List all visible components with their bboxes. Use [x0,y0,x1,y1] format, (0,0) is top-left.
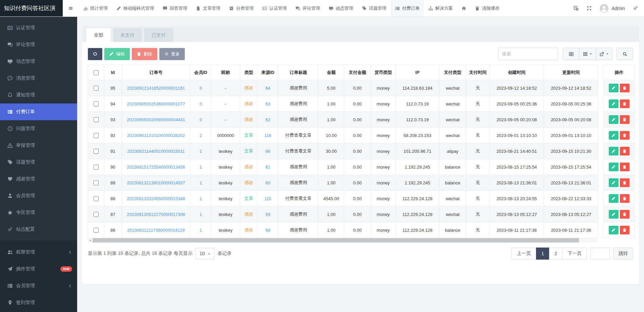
tab-unpaid[interactable]: 未支付 [113,28,142,42]
row-delete-button[interactable] [620,226,630,234]
page-button-2[interactable]: 2 [549,248,562,260]
horizontal-scrollbar[interactable]: ◂ [88,238,597,242]
source-link[interactable]: 58 [265,228,270,233]
member-link[interactable]: 2 [200,133,202,138]
admin-user-menu[interactable]: Admin [600,4,625,13]
edit-button[interactable]: 编辑 [104,48,130,60]
member-link[interactable]: 0 [200,117,202,122]
sidebar-item-questions[interactable]: ?问题管理 [0,120,77,137]
scroll-left-arrow-icon[interactable]: ◂ [88,238,93,242]
select-all-checkbox[interactable] [94,70,99,75]
order-link[interactable]: 202309050020080000004441 [127,117,185,122]
row-checkbox[interactable] [94,117,99,122]
row-checkbox[interactable] [94,149,99,154]
row-checkbox[interactable] [94,180,99,185]
row-delete-button[interactable] [620,99,630,108]
row-edit-button[interactable] [609,84,619,92]
page-jump-input[interactable] [590,248,610,260]
sidebar-item-plugins[interactable]: 插件管理new [0,261,77,277]
row-checkbox[interactable] [94,212,99,217]
sidebar-item-topics[interactable]: 话题管理 [0,154,77,171]
detail-view-button[interactable] [563,48,580,60]
scrollbar-thumb[interactable] [93,238,579,242]
source-link[interactable]: 116 [264,133,271,138]
row-edit-button[interactable] [609,210,619,219]
search-button[interactable] [616,48,633,60]
sidebar-item-pay-orders[interactable]: 付费订单 [0,103,77,120]
delete-button[interactable]: 删除 [132,48,157,60]
row-checkbox[interactable] [94,196,99,201]
sidebar-item-comments[interactable]: 评论管理 [0,36,77,53]
page-button-1[interactable]: 1 [536,248,549,260]
toggle-columns-button[interactable] [579,48,596,60]
page-jump-button[interactable]: 跳转 [613,248,633,260]
source-link[interactable]: 63 [265,101,270,106]
prev-page-button[interactable]: 上一页 [512,248,536,260]
order-link[interactable]: 202309050025360000001077 [127,101,185,106]
source-link[interactable]: 59 [265,212,270,217]
member-link[interactable]: 1 [200,228,202,233]
topnav-item-stats[interactable]: 统计管理 [79,0,112,16]
sidebar-item-notifications[interactable]: 通知管理 [0,87,77,103]
topnav-item-clear-cache[interactable]: 清除缓存 [471,0,504,16]
tab-paid[interactable]: 已支付 [144,28,173,42]
order-link[interactable]: 202308132024550000015348 [127,196,185,201]
topnav-item-pay-orders[interactable]: 付费订单 [391,0,424,16]
row-edit-button[interactable] [609,163,619,171]
topnav-item-topics[interactable]: 话题管理 [358,0,391,16]
row-checkbox[interactable] [94,101,99,106]
topnav-item-solutions[interactable]: 解决方案 [424,0,457,16]
source-link[interactable]: 64 [265,86,270,91]
row-edit-button[interactable] [609,194,619,203]
source-link[interactable]: 115 [264,196,271,201]
menu-toggle-button[interactable] [63,0,79,16]
order-link[interactable]: 202308132136010000014937 [127,180,185,185]
row-checkbox[interactable] [94,228,99,233]
next-page-button[interactable]: 下一页 [562,248,587,260]
export-button[interactable] [596,48,612,60]
member-link[interactable]: 1 [200,165,202,170]
row-checkbox[interactable] [94,165,99,170]
row-edit-button[interactable] [609,115,619,124]
member-link[interactable]: 1 [200,212,202,217]
refresh-button[interactable] [88,48,102,60]
sidebar-item-checkin[interactable]: 签到管理 [0,294,77,311]
row-edit-button[interactable] [609,99,619,108]
topnav-item-answers[interactable]: 回答管理 [158,0,192,16]
topnav-item-articles[interactable]: 文章管理 [192,0,225,16]
row-edit-button[interactable] [609,178,619,187]
more-button[interactable]: 更多 [159,48,185,60]
row-delete-button[interactable] [620,84,630,92]
row-delete-button[interactable] [620,178,630,187]
member-link[interactable]: 1 [200,149,202,154]
row-edit-button[interactable] [609,131,619,140]
row-delete-button[interactable] [620,194,630,203]
topnav-item-moments[interactable]: 动态管理 [324,0,358,16]
member-link[interactable]: 0 [200,86,202,91]
sidebar-item-permissions[interactable]: 权限管理 [0,244,77,261]
source-link[interactable]: 61 [265,165,270,170]
language-button[interactable] [574,6,579,11]
row-delete-button[interactable] [620,147,630,155]
row-edit-button[interactable] [609,226,619,234]
page-size-dropdown[interactable]: 10 [196,248,215,259]
member-link[interactable]: 1 [200,196,202,201]
row-checkbox[interactable] [94,86,99,91]
member-link[interactable]: 1 [200,180,202,185]
row-edit-button[interactable] [609,147,619,155]
sidebar-item-member-admin[interactable]: 会员管理 [0,277,77,294]
sidebar-item-site-config[interactable]: 站点配置 [0,221,77,238]
topnav-item-comments[interactable]: 评论管理 [291,0,324,16]
sidebar-item-certification[interactable]: 认证管理 [0,19,77,36]
fullscreen-button[interactable] [587,6,592,11]
row-delete-button[interactable] [620,163,630,171]
sidebar-item-members[interactable]: 会员管理 [0,187,77,204]
row-delete-button[interactable] [620,115,630,124]
row-delete-button[interactable] [620,210,630,219]
member-link[interactable]: 0 [200,101,202,106]
row-delete-button[interactable] [620,131,630,140]
order-link[interactable]: 202308130512270000017308 [127,212,185,217]
source-link[interactable]: 62 [265,117,270,122]
source-link[interactable]: 86 [265,149,270,154]
topnav-item-certification[interactable]: 认证管理 [258,0,291,16]
